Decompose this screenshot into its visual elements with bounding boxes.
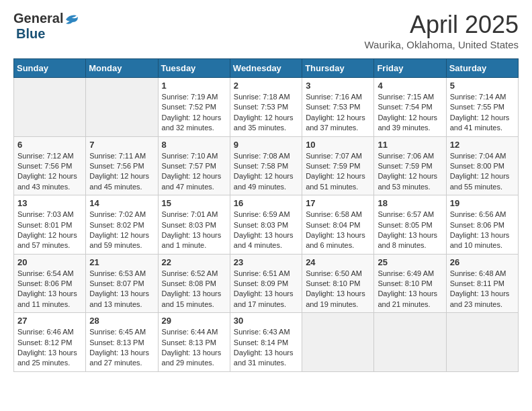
day-info: Sunrise: 7:16 AMSunset: 7:53 PMDaylight:… <box>306 92 370 134</box>
calendar-day-cell: 29Sunrise: 6:44 AMSunset: 8:13 PMDayligh… <box>158 313 230 372</box>
sunset-text: Sunset: 7:59 PM <box>306 161 370 171</box>
daylight-text: Daylight: 12 hours and 37 minutes. <box>306 113 370 134</box>
daylight-text: Daylight: 13 hours and 27 minutes. <box>89 348 154 369</box>
day-number: 13 <box>17 198 82 208</box>
sunset-text: Sunset: 8:03 PM <box>162 220 226 230</box>
day-info: Sunrise: 6:56 AMSunset: 8:06 PMDaylight:… <box>450 210 515 251</box>
daylight-text: Daylight: 13 hours and 13 minutes. <box>89 289 154 310</box>
calendar-day-cell: 18Sunrise: 6:57 AMSunset: 8:05 PMDayligh… <box>374 195 446 255</box>
day-info: Sunrise: 7:08 AMSunset: 7:58 PMDaylight:… <box>234 151 298 193</box>
sunrise-text: Sunrise: 7:03 AM <box>17 210 82 220</box>
location-text: Waurika, Oklahoma, United States <box>364 39 519 50</box>
calendar-day-cell: 21Sunrise: 6:53 AMSunset: 8:07 PMDayligh… <box>86 254 158 313</box>
day-info: Sunrise: 6:52 AMSunset: 8:08 PMDaylight:… <box>162 269 226 310</box>
daylight-text: Daylight: 13 hours and 17 minutes. <box>234 289 298 310</box>
logo-general-text: General <box>13 11 63 26</box>
sunset-text: Sunset: 8:08 PM <box>162 279 226 289</box>
sunrise-text: Sunrise: 6:54 AM <box>17 269 82 279</box>
sunrise-text: Sunrise: 7:01 AM <box>162 210 226 220</box>
day-number: 11 <box>378 140 442 150</box>
calendar-day-cell: 19Sunrise: 6:56 AMSunset: 8:06 PMDayligh… <box>446 195 518 255</box>
day-number: 22 <box>162 257 226 267</box>
sunset-text: Sunset: 8:12 PM <box>17 338 82 348</box>
daylight-text: Daylight: 12 hours and 35 minutes. <box>234 113 298 134</box>
sunrise-text: Sunrise: 6:43 AM <box>234 327 298 337</box>
day-number: 3 <box>306 81 370 91</box>
calendar-week-row: 13Sunrise: 7:03 AMSunset: 8:01 PMDayligh… <box>14 195 519 255</box>
sunrise-text: Sunrise: 6:53 AM <box>89 269 154 279</box>
day-info: Sunrise: 7:10 AMSunset: 7:57 PMDaylight:… <box>162 151 226 193</box>
calendar-day-cell: 23Sunrise: 6:51 AMSunset: 8:09 PMDayligh… <box>230 254 302 313</box>
sunset-text: Sunset: 7:58 PM <box>234 161 298 171</box>
day-of-week-header: Sunday <box>14 59 86 78</box>
daylight-text: Daylight: 12 hours and 32 minutes. <box>162 113 226 134</box>
day-number: 2 <box>234 81 298 91</box>
day-info: Sunrise: 6:48 AMSunset: 8:11 PMDaylight:… <box>450 269 515 310</box>
calendar-day-cell <box>374 313 446 372</box>
day-of-week-header: Friday <box>374 59 446 78</box>
sunset-text: Sunset: 8:01 PM <box>17 220 82 230</box>
calendar-day-cell: 13Sunrise: 7:03 AMSunset: 8:01 PMDayligh… <box>14 195 86 255</box>
sunset-text: Sunset: 8:03 PM <box>234 220 298 230</box>
sunrise-text: Sunrise: 7:18 AM <box>234 92 298 102</box>
day-number: 8 <box>162 140 226 150</box>
day-number: 1 <box>162 81 226 91</box>
day-number: 6 <box>17 140 82 150</box>
sunset-text: Sunset: 8:13 PM <box>89 338 154 348</box>
calendar-week-row: 27Sunrise: 6:46 AMSunset: 8:12 PMDayligh… <box>14 313 519 372</box>
sunrise-text: Sunrise: 6:57 AM <box>378 210 442 220</box>
sunrise-text: Sunrise: 7:11 AM <box>89 151 154 161</box>
daylight-text: Daylight: 13 hours and 6 minutes. <box>306 230 370 251</box>
daylight-text: Daylight: 12 hours and 51 minutes. <box>306 171 370 192</box>
calendar-day-cell <box>86 78 158 137</box>
daylight-text: Daylight: 13 hours and 8 minutes. <box>378 230 442 251</box>
day-info: Sunrise: 7:19 AMSunset: 7:52 PMDaylight:… <box>162 92 226 134</box>
sunrise-text: Sunrise: 6:59 AM <box>234 210 298 220</box>
sunset-text: Sunset: 7:55 PM <box>450 102 515 112</box>
calendar-day-cell: 28Sunrise: 6:45 AMSunset: 8:13 PMDayligh… <box>86 313 158 372</box>
day-number: 24 <box>306 257 370 267</box>
day-number: 12 <box>450 140 515 150</box>
page-container: General Blue April 2025 Waurika, Oklahom… <box>0 0 532 383</box>
day-info: Sunrise: 7:07 AMSunset: 7:59 PMDaylight:… <box>306 151 370 193</box>
daylight-text: Daylight: 13 hours and 15 minutes. <box>162 289 226 310</box>
day-number: 10 <box>306 140 370 150</box>
calendar-day-cell: 26Sunrise: 6:48 AMSunset: 8:11 PMDayligh… <box>446 254 518 313</box>
daylight-text: Daylight: 13 hours and 19 minutes. <box>306 289 370 310</box>
calendar-day-cell: 5Sunrise: 7:14 AMSunset: 7:55 PMDaylight… <box>446 78 518 137</box>
day-of-week-header: Saturday <box>446 59 518 78</box>
day-info: Sunrise: 7:02 AMSunset: 8:02 PMDaylight:… <box>89 210 154 251</box>
day-info: Sunrise: 7:03 AMSunset: 8:01 PMDaylight:… <box>17 210 82 251</box>
day-info: Sunrise: 7:11 AMSunset: 7:56 PMDaylight:… <box>89 151 154 193</box>
title-block: April 2025 Waurika, Oklahoma, United Sta… <box>364 11 519 50</box>
sunset-text: Sunset: 7:56 PM <box>89 161 154 171</box>
day-info: Sunrise: 6:59 AMSunset: 8:03 PMDaylight:… <box>234 210 298 251</box>
sunrise-text: Sunrise: 6:50 AM <box>306 269 370 279</box>
daylight-text: Daylight: 13 hours and 25 minutes. <box>17 348 82 369</box>
sunrise-text: Sunrise: 7:19 AM <box>162 92 226 102</box>
sunrise-text: Sunrise: 6:49 AM <box>378 269 442 279</box>
sunset-text: Sunset: 8:02 PM <box>89 220 154 230</box>
calendar-day-cell: 9Sunrise: 7:08 AMSunset: 7:58 PMDaylight… <box>230 136 302 195</box>
sunrise-text: Sunrise: 7:08 AM <box>234 151 298 161</box>
calendar-day-cell: 7Sunrise: 7:11 AMSunset: 7:56 PMDaylight… <box>86 136 158 195</box>
sunset-text: Sunset: 7:59 PM <box>378 161 442 171</box>
calendar-week-row: 1Sunrise: 7:19 AMSunset: 7:52 PMDaylight… <box>14 78 519 137</box>
day-number: 21 <box>89 257 154 267</box>
calendar-day-cell: 30Sunrise: 6:43 AMSunset: 8:14 PMDayligh… <box>230 313 302 372</box>
calendar-day-cell <box>302 313 374 372</box>
sunrise-text: Sunrise: 7:06 AM <box>378 151 442 161</box>
day-number: 5 <box>450 81 515 91</box>
daylight-text: Daylight: 13 hours and 1 minute. <box>162 230 226 251</box>
calendar-day-cell: 11Sunrise: 7:06 AMSunset: 7:59 PMDayligh… <box>374 136 446 195</box>
sunset-text: Sunset: 8:06 PM <box>450 220 515 230</box>
sunrise-text: Sunrise: 7:02 AM <box>89 210 154 220</box>
day-number: 30 <box>234 316 298 326</box>
calendar-day-cell: 4Sunrise: 7:15 AMSunset: 7:54 PMDaylight… <box>374 78 446 137</box>
calendar-day-cell: 15Sunrise: 7:01 AMSunset: 8:03 PMDayligh… <box>158 195 230 255</box>
sunset-text: Sunset: 7:53 PM <box>234 102 298 112</box>
calendar-day-cell: 1Sunrise: 7:19 AMSunset: 7:52 PMDaylight… <box>158 78 230 137</box>
sunset-text: Sunset: 7:52 PM <box>162 102 226 112</box>
day-number: 16 <box>234 198 298 208</box>
month-title: April 2025 <box>364 11 519 39</box>
